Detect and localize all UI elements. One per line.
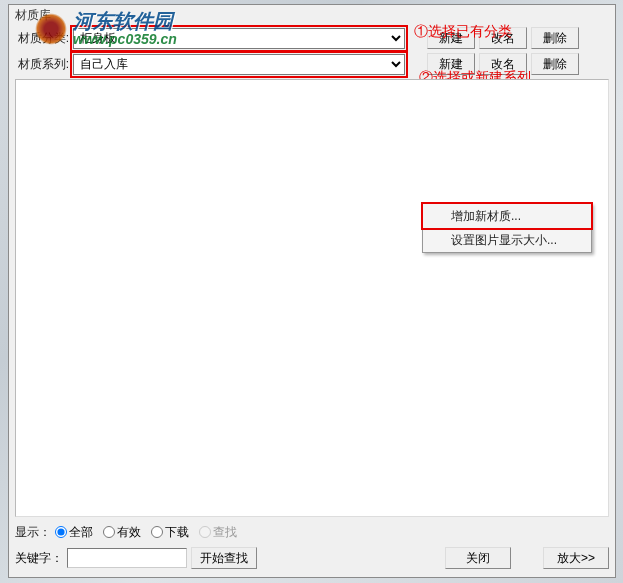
radio-download-label: 下载 [165, 524, 189, 541]
show-label: 显示： [15, 524, 51, 541]
radio-search-input [199, 526, 211, 538]
category-new-button[interactable]: 新建 [427, 27, 475, 49]
series-combo[interactable]: 自己入库 [73, 54, 405, 75]
radio-valid-input[interactable] [103, 526, 115, 538]
series-rename-button[interactable]: 改名 [479, 53, 527, 75]
series-new-button[interactable]: 新建 [427, 53, 475, 75]
enlarge-button[interactable]: 放大>> [543, 547, 609, 569]
category-rename-button[interactable]: 改名 [479, 27, 527, 49]
keyword-label: 关键字： [15, 550, 63, 567]
radio-all[interactable]: 全部 [55, 524, 93, 541]
radio-download-input[interactable] [151, 526, 163, 538]
series-row: 材质系列: 自己入库 新建 改名 删除 [15, 51, 609, 77]
series-label: 材质系列: [15, 56, 71, 73]
radio-all-label: 全部 [69, 524, 93, 541]
context-menu: 增加新材质... 设置图片显示大小... [422, 203, 592, 253]
start-search-button[interactable]: 开始查找 [191, 547, 257, 569]
window-title: 材质库 [9, 5, 615, 23]
material-library-window: 材质库 材质分类: 柜身板 新建 改名 删除 材质系列: 自己入库 [8, 4, 616, 578]
close-button[interactable]: 关闭 [445, 547, 511, 569]
menu-set-image-size-label: 设置图片显示大小... [451, 232, 557, 249]
radio-search: 查找 [199, 524, 237, 541]
radio-download[interactable]: 下载 [151, 524, 189, 541]
menu-add-material[interactable]: 增加新材质... [423, 204, 591, 228]
menu-add-material-label: 增加新材质... [451, 208, 521, 225]
series-delete-button[interactable]: 删除 [531, 53, 579, 75]
radio-valid-label: 有效 [117, 524, 141, 541]
radio-valid[interactable]: 有效 [103, 524, 141, 541]
keyword-input[interactable] [67, 548, 187, 568]
category-row: 材质分类: 柜身板 新建 改名 删除 [15, 25, 609, 51]
category-label: 材质分类: [15, 30, 71, 47]
category-delete-button[interactable]: 删除 [531, 27, 579, 49]
filter-row: 显示： 全部 有效 下载 查找 [15, 521, 609, 543]
radio-all-input[interactable] [55, 526, 67, 538]
search-row: 关键字： 开始查找 关闭 放大>> [15, 545, 609, 571]
menu-set-image-size[interactable]: 设置图片显示大小... [423, 228, 591, 252]
radio-search-label: 查找 [213, 524, 237, 541]
category-combo[interactable]: 柜身板 [73, 28, 405, 49]
material-list-area[interactable] [15, 79, 609, 517]
